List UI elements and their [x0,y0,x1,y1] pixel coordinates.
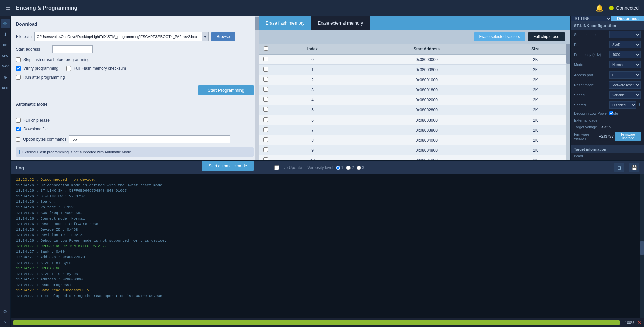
sector-select-cell[interactable] [259,95,272,105]
sector-select-cell[interactable] [259,115,272,125]
log-lines: 12:23:52 : Disconnected from device.13:3… [16,177,639,299]
sidebar-item-edit[interactable]: ✏ [1,19,10,28]
verbosity-option-2[interactable]: 2 [346,165,354,170]
erase-tabs: Erase flash memory Erase external memory [259,16,570,30]
sector-checkbox[interactable] [263,117,268,122]
sector-select-cell[interactable] [259,135,272,145]
port-label: Port [574,43,607,47]
full-flash-checksum-checkbox[interactable] [66,66,71,71]
tab-erase-external[interactable]: Erase external memory [311,16,370,30]
verbosity-radio-1[interactable] [336,166,340,170]
disconnect-button[interactable]: Disconnect [611,16,644,21]
connected-dot [609,6,614,10]
log-clear-button[interactable]: 🗑 [614,163,624,172]
right-divider [571,144,644,144]
option-bytes-checkbox[interactable] [16,137,20,142]
firmware-update-button[interactable]: Firmware upgrade [615,132,641,141]
sector-checkbox[interactable] [263,137,268,142]
sector-select-cell[interactable] [259,125,272,135]
sidebar-item-swv[interactable]: SWV [1,62,10,71]
sector-checkbox[interactable] [263,157,268,160]
menu-icon[interactable]: ☰ [5,4,11,12]
erase-toolbar: Erase selected sectors Full chip erase [259,30,570,44]
sector-checkbox[interactable] [263,57,268,61]
sector-select-cell[interactable] [259,85,272,95]
sector-checkbox[interactable] [263,77,268,82]
log-scrollbar[interactable] [640,174,644,318]
full-chip-erase-checkbox[interactable] [16,118,21,123]
sector-index: 6 [272,115,353,125]
connected-label: Connected [616,5,639,11]
select-all-checkbox[interactable] [264,46,268,51]
sector-select-cell[interactable] [259,105,272,115]
full-chip-erase-button[interactable]: Full chip erase [528,32,565,41]
file-path-input[interactable] [34,32,202,41]
verbosity-option-1[interactable]: 1 [336,165,344,170]
sidebar-item-help[interactable]: ? [1,318,10,327]
sector-checkbox[interactable] [263,107,268,112]
sector-index: 9 [272,145,353,155]
sector-select-cell[interactable] [259,155,272,160]
access-port-select[interactable]: 0 [609,71,641,79]
shared-select[interactable]: Disabled [609,101,636,109]
log-line: 12:23:52 : Disconnected from device. [16,177,639,183]
verify-programming-row: Verify programming [16,66,58,71]
sector-select-cell[interactable] [259,75,272,85]
sector-checkbox[interactable] [263,127,268,132]
notification-icon[interactable]: 🔔 [595,4,604,12]
table-row: 0 0x08000000 2K [259,55,570,65]
download-file-checkbox[interactable] [16,127,21,131]
sector-checkbox[interactable] [263,87,268,92]
sector-checkbox[interactable] [263,67,268,72]
sidebar-item-ob[interactable]: OB [1,40,10,50]
sector-index: 10 [272,155,353,160]
sector-select-cell[interactable] [259,65,272,75]
sidebar-item-target[interactable]: ⊕ [1,73,10,82]
start-address-input[interactable] [52,45,93,53]
download-scrollbar[interactable] [255,16,259,160]
verify-programming-label: Verify programming [23,66,58,71]
debug-low-power-checkbox[interactable] [609,111,613,115]
reset-mode-select[interactable]: Software reset [609,81,641,89]
mode-select[interactable]: Normal [609,61,641,68]
sector-start-address: 0x08003000 [353,115,501,125]
sector-size: 2K [501,125,570,135]
sector-select-cell[interactable] [259,55,272,65]
start-automatic-mode-button[interactable]: Start automatic mode [202,161,254,171]
table-row: 3 0x08001800 2K [259,85,570,95]
stlink-select[interactable]: ST-LINK [571,16,611,21]
verify-programming-checkbox[interactable] [16,66,21,71]
frequency-select[interactable]: 4000 [609,51,641,58]
sector-checkbox[interactable] [263,97,268,102]
skip-flash-erase-checkbox[interactable] [16,57,21,62]
live-update-checkbox[interactable] [274,165,279,170]
serial-number-select[interactable] [609,31,641,38]
browse-button[interactable]: Browse [211,32,235,41]
run-after-checkbox[interactable] [16,75,21,80]
table-scrollbar[interactable] [566,44,570,160]
download-file-label: Download file [23,127,48,131]
sidebar-item-settings[interactable]: ⚙ [1,307,10,316]
speed-select[interactable]: Variable [609,91,641,99]
log-title: Log [16,165,24,170]
option-bytes-input[interactable] [69,135,230,143]
port-select[interactable]: SWD [609,41,641,48]
status-close-button[interactable]: ✕ [637,319,641,326]
sidebar-item-download[interactable]: ⬇ [1,30,10,39]
erase-selected-sectors-button[interactable]: Erase selected sectors [474,32,525,41]
log-line: 13:34:26 : Debug in Low Power mode is no… [16,238,639,244]
verbosity-radio-2[interactable] [346,166,351,170]
col-header-start-address: Start Address [353,44,501,55]
sector-checkbox[interactable] [263,147,268,152]
file-path-dropdown-btn[interactable]: ▼ [202,32,209,41]
verbosity-radio-3[interactable] [357,166,361,170]
sidebar-item-rec[interactable]: REC [1,83,10,93]
sidebar-item-cpu[interactable]: CPU [1,51,10,60]
tab-erase-flash[interactable]: Erase flash memory [259,16,311,30]
stlink-selector-row: ST-LINK Disconnect [571,16,644,21]
log-save-button[interactable]: 💾 [629,163,639,172]
sector-select-cell[interactable] [259,145,272,155]
sector-size: 2K [501,75,570,85]
verbosity-option-3[interactable]: 3 [357,165,364,170]
start-programming-button[interactable]: Start Programming [198,85,254,95]
